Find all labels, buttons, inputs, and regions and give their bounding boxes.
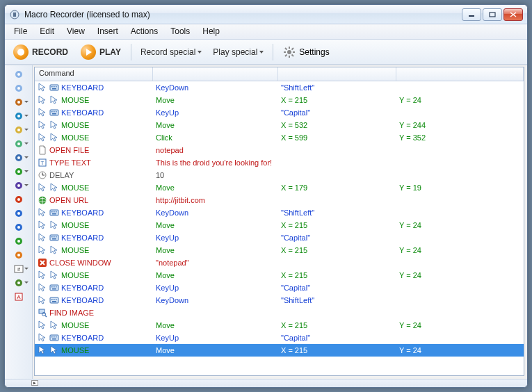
- table-row[interactable]: MOUSEMoveX = 215Y = 24: [35, 219, 524, 231]
- cursor-icon: [38, 295, 47, 305]
- table-row[interactable]: DELAY10: [35, 169, 524, 181]
- cursor-icon: [38, 245, 47, 255]
- command-param1: http://jitbit.com: [153, 194, 278, 206]
- sidebar-copy-icon[interactable]: [8, 138, 30, 150]
- sidebar-delay-icon[interactable]: [8, 96, 30, 108]
- cursor-icon: [38, 120, 47, 130]
- record-special-dropdown[interactable]: Record special: [137, 45, 205, 59]
- table-row[interactable]: MOUSEMoveX = 215Y = 24: [35, 244, 524, 256]
- menu-view[interactable]: View: [61, 24, 91, 39]
- table-row[interactable]: KEYBOARDKeyDown"ShiftLeft": [35, 81, 524, 94]
- app-icon: [9, 9, 20, 20]
- command-param3: Y = 244: [396, 119, 524, 131]
- sidebar-repeat-icon[interactable]: [8, 110, 30, 122]
- column-header[interactable]: [396, 67, 524, 81]
- sidebar-refresh-icon[interactable]: [8, 235, 30, 247]
- table-row[interactable]: KEYBOARDKeyUp"Capital": [35, 106, 524, 119]
- column-header[interactable]: [153, 67, 278, 81]
- sidebar-type-icon[interactable]: [8, 152, 30, 164]
- sidebar-web-icon[interactable]: [8, 207, 30, 220]
- sidebar-color-picker-icon[interactable]: [8, 165, 30, 178]
- command-name: KEYBOARD: [61, 108, 104, 117]
- svg-rect-3: [490, 13, 495, 17]
- command-param2: [278, 194, 396, 206]
- web-icon: [14, 209, 24, 218]
- table-row[interactable]: KEYBOARDKeyDown"ShiftLeft": [35, 206, 524, 219]
- sidebar-play-small-icon[interactable]: [8, 249, 30, 261]
- copy-icon: [14, 139, 24, 149]
- table-row[interactable]: OPEN URLhttp://jitbit.com: [35, 194, 524, 206]
- maximize-button[interactable]: [483, 8, 502, 21]
- label-icon: A: [14, 292, 24, 302]
- table-row[interactable]: KEYBOARDKeyDown"ShiftLeft": [35, 294, 524, 307]
- settings-button[interactable]: Settings: [279, 44, 333, 60]
- status-strip: ▸: [5, 379, 527, 387]
- sidebar-mouse-icon[interactable]: [8, 68, 30, 81]
- play-button[interactable]: PLAY: [76, 42, 125, 62]
- menu-insert[interactable]: Insert: [91, 24, 124, 39]
- chevron-down-icon: [24, 281, 29, 284]
- column-header-command[interactable]: Command: [35, 67, 153, 81]
- table-row[interactable]: CLOSE WINDOW"notepad": [35, 256, 524, 269]
- svg-point-30: [17, 170, 20, 173]
- table-row[interactable]: FIND IMAGE: [35, 307, 524, 319]
- sidebar-label-icon[interactable]: A: [8, 291, 30, 303]
- table-row[interactable]: MOUSEMoveX = 215Y = 24: [35, 269, 524, 281]
- sidebar-power-icon[interactable]: [8, 193, 30, 206]
- sidebar-image-icon[interactable]: [8, 179, 30, 192]
- command-param2: "Capital": [278, 332, 396, 344]
- column-header[interactable]: [278, 67, 396, 81]
- table-row[interactable]: KEYBOARDKeyUp"Capital": [35, 281, 524, 294]
- table-row[interactable]: MOUSEMoveX = 215Y = 24: [35, 344, 524, 357]
- table-row[interactable]: MOUSEMoveX = 532Y = 244: [35, 119, 524, 131]
- titlebar[interactable]: Macro Recorder (licensed to max): [5, 5, 527, 24]
- sidebar-if-icon[interactable]: if: [8, 263, 30, 275]
- minimize-button[interactable]: [462, 8, 481, 21]
- cursor-icon: [38, 133, 47, 142]
- table-row[interactable]: MOUSEMoveX = 215Y = 24: [35, 319, 524, 332]
- table-row[interactable]: TYPE TEXTThis is the droid you're lookin…: [35, 156, 524, 169]
- menu-actions[interactable]: Actions: [124, 24, 164, 39]
- svg-point-38: [17, 226, 20, 229]
- menu-help[interactable]: Help: [196, 24, 226, 39]
- typetext-icon: [38, 158, 47, 168]
- table-row[interactable]: KEYBOARDKeyUp"Capital": [35, 332, 524, 344]
- image-icon: [14, 181, 24, 190]
- window-buttons: [462, 8, 523, 21]
- table-row[interactable]: MOUSEClickX = 599Y = 352: [35, 131, 524, 144]
- command-param2: X = 215: [278, 269, 396, 281]
- svg-line-11: [285, 48, 287, 50]
- expander-toggle[interactable]: ▸: [31, 380, 38, 386]
- command-name: CLOSE WINDOW: [49, 259, 111, 267]
- command-param3: Y = 19: [396, 181, 524, 194]
- command-param3: [396, 307, 524, 319]
- mouse-icon: [49, 183, 59, 193]
- sidebar-goto-icon[interactable]: [8, 277, 30, 289]
- close-button[interactable]: [503, 8, 523, 21]
- command-param3: [396, 106, 524, 119]
- grid-header[interactable]: Command: [35, 67, 524, 81]
- menu-file[interactable]: File: [8, 24, 33, 39]
- menu-edit[interactable]: Edit: [33, 24, 61, 39]
- sidebar-file-icon[interactable]: [8, 124, 30, 136]
- command-name: MOUSE: [61, 133, 89, 142]
- sidebar-keyboard-icon[interactable]: [8, 82, 30, 95]
- grid-body[interactable]: KEYBOARDKeyDown"ShiftLeft"MOUSEMoveX = 2…: [35, 81, 524, 375]
- table-row[interactable]: OPEN FILEnotepad: [35, 144, 524, 156]
- table-row[interactable]: KEYBOARDKeyUp"Capital": [35, 231, 524, 244]
- record-button[interactable]: RECORD: [9, 42, 72, 62]
- keyboard-icon: [14, 83, 24, 93]
- mouse-icon: [49, 120, 59, 130]
- menu-tools[interactable]: Tools: [164, 24, 196, 39]
- chevron-down-icon: [24, 170, 29, 172]
- command-name: MOUSE: [61, 321, 89, 329]
- toolbar: RECORD PLAY Record special Play special …: [5, 40, 527, 65]
- command-param2: X = 215: [278, 244, 396, 256]
- table-row[interactable]: MOUSEMoveX = 179Y = 19: [35, 181, 524, 194]
- svg-line-14: [285, 54, 287, 56]
- svg-text:if: if: [17, 267, 20, 272]
- keyboard-icon: [49, 295, 59, 305]
- table-row[interactable]: MOUSEMoveX = 215Y = 24: [35, 94, 524, 106]
- sidebar-info-icon[interactable]: [8, 221, 30, 234]
- play-special-dropdown[interactable]: Play special: [209, 45, 267, 59]
